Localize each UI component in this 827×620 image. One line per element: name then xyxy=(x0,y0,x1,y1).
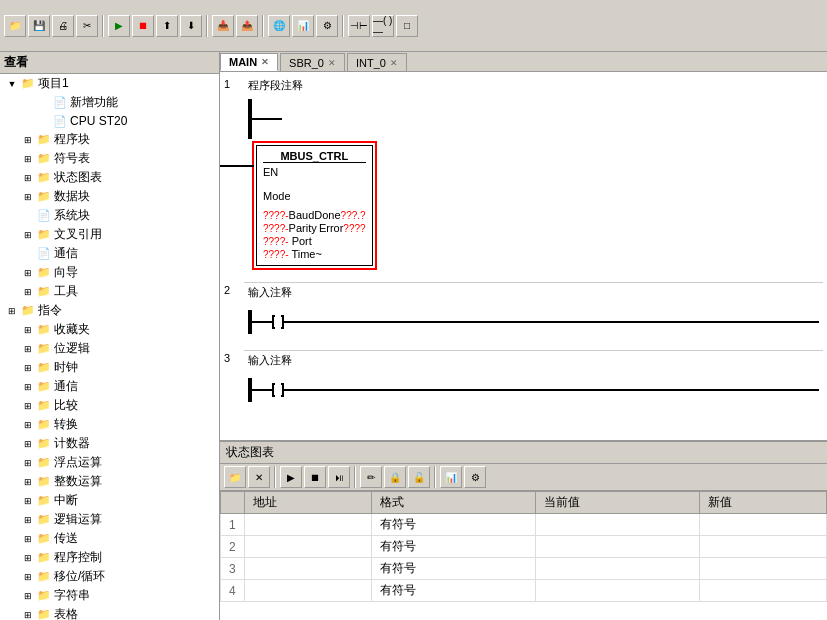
label-program-block: 程序块 xyxy=(54,131,90,148)
error-label: Error xyxy=(319,222,343,234)
toolbar-btn-print[interactable]: 🖨 xyxy=(52,15,74,37)
status-btn-single[interactable]: ⏯ xyxy=(328,466,350,488)
tree-item-program-ctrl[interactable]: ⊞📁程序控制 xyxy=(0,548,219,567)
status-btn-options[interactable]: ⚙ xyxy=(464,466,486,488)
row-format-2[interactable]: 有符号 xyxy=(371,536,535,558)
toolbar-btn-run[interactable]: ▶ xyxy=(108,15,130,37)
toolbar-btn-network[interactable]: 🌐 xyxy=(268,15,290,37)
tree-item-table[interactable]: ⊞📁表格 xyxy=(0,605,219,620)
label-tools: 工具 xyxy=(54,283,78,300)
tree-item-system-block[interactable]: 📄系统块 xyxy=(0,206,219,225)
tree-item-wizard[interactable]: ⊞📁向导 xyxy=(0,263,219,282)
mbus-title: MBUS_CTRL xyxy=(263,150,366,163)
expander-cpu-st20 xyxy=(36,113,52,129)
tree-item-string[interactable]: ⊞📁字符串 xyxy=(0,586,219,605)
row-new-2[interactable] xyxy=(699,536,826,558)
status-btn-add[interactable]: 📁 xyxy=(224,466,246,488)
row-addr-3[interactable] xyxy=(244,558,371,580)
tree-item-int-ops[interactable]: ⊞📁整数运算 xyxy=(0,472,219,491)
toolbar-btn-download[interactable]: 📥 xyxy=(212,15,234,37)
tree-item-float-ops[interactable]: ⊞📁浮点运算 xyxy=(0,453,219,472)
status-table-header: 地址 格式 当前值 新值 xyxy=(221,492,827,514)
toolbar-btn-stop[interactable]: ⏹ xyxy=(132,15,154,37)
tab-int0-close[interactable]: ✕ xyxy=(390,58,398,68)
row-new-3[interactable] xyxy=(699,558,826,580)
done-label: Done xyxy=(314,209,340,221)
row-new-1[interactable] xyxy=(699,514,826,536)
toolbar-btn-box[interactable]: □ xyxy=(396,15,418,37)
row-current-2[interactable] xyxy=(535,536,699,558)
toolbar-btn-settings[interactable]: ⚙ xyxy=(316,15,338,37)
tree-item-instructions[interactable]: ⊞📁指令 xyxy=(0,301,219,320)
toolbar-btn-save[interactable]: 💾 xyxy=(28,15,50,37)
tab-main-close[interactable]: ✕ xyxy=(261,57,269,67)
row-format-1[interactable]: 有符号 xyxy=(371,514,535,536)
tree-item-bit-logic[interactable]: ⊞📁位逻辑 xyxy=(0,339,219,358)
tree-item-shift-loop[interactable]: ⊞📁移位/循环 xyxy=(0,567,219,586)
tree-item-new-feature[interactable]: 📄新增功能 xyxy=(0,93,219,112)
tree-item-tools[interactable]: ⊞📁工具 xyxy=(0,282,219,301)
network-1-content: 程序段注释 xyxy=(244,76,823,274)
status-row-2: 2 有符号 xyxy=(221,536,827,558)
expander-convert: ⊞ xyxy=(20,417,36,433)
tree-item-compare[interactable]: ⊞📁比较 xyxy=(0,396,219,415)
icon-cross-ref: 📁 xyxy=(36,227,52,243)
tree-item-comm[interactable]: 📄通信 xyxy=(0,244,219,263)
status-btn-stop[interactable]: ⏹ xyxy=(304,466,326,488)
icon-counter: 📁 xyxy=(36,436,52,452)
tree-item-counter[interactable]: ⊞📁计数器 xyxy=(0,434,219,453)
tab-int0[interactable]: INT_0 ✕ xyxy=(347,53,407,71)
network-2-diagram xyxy=(244,302,823,342)
toolbar-btn-file[interactable]: 📁 xyxy=(4,15,26,37)
toolbar-btn-cut[interactable]: ✂ xyxy=(76,15,98,37)
tree-item-favorites[interactable]: ⊞📁收藏夹 xyxy=(0,320,219,339)
icon-transfer: 📁 xyxy=(36,531,52,547)
col-address: 地址 xyxy=(244,492,371,514)
line-3b xyxy=(284,389,819,391)
status-btn-write[interactable]: ✏ xyxy=(360,466,382,488)
tree-item-data-block[interactable]: ⊞📁数据块 xyxy=(0,187,219,206)
tree-item-cpu-st20[interactable]: 📄CPU ST20 xyxy=(0,112,219,130)
status-btn-lock[interactable]: 🔒 xyxy=(384,466,406,488)
tree-item-transfer[interactable]: ⊞📁传送 xyxy=(0,529,219,548)
error-value: ???? xyxy=(343,223,365,234)
row-addr-4[interactable] xyxy=(244,580,371,602)
row-current-1[interactable] xyxy=(535,514,699,536)
toolbar-btn-contacts[interactable]: ⊣⊢ xyxy=(348,15,370,37)
status-btn-play[interactable]: ▶ xyxy=(280,466,302,488)
row-addr-2[interactable] xyxy=(244,536,371,558)
row-new-4[interactable] xyxy=(699,580,826,602)
tree-item-clock[interactable]: ⊞📁时钟 xyxy=(0,358,219,377)
rail-bar xyxy=(248,99,252,139)
tree-item-convert[interactable]: ⊞📁转换 xyxy=(0,415,219,434)
tree-item-status-chart[interactable]: ⊞📁状态图表 xyxy=(0,168,219,187)
tree-item-interrupt[interactable]: ⊞📁中断 xyxy=(0,491,219,510)
status-btn-chart[interactable]: 📊 xyxy=(440,466,462,488)
tree-item-comm2[interactable]: ⊞📁通信 xyxy=(0,377,219,396)
toolbar-btn-coil[interactable]: —( )— xyxy=(372,15,394,37)
project-root[interactable]: ▼ 📁 项目1 xyxy=(0,74,219,93)
toolbar-btn-upload[interactable]: 📤 xyxy=(236,15,258,37)
toolbar-btn-up[interactable]: ⬆ xyxy=(156,15,178,37)
row-format-4[interactable]: 有符号 xyxy=(371,580,535,602)
main-layout: 查看 ▼ 📁 项目1 📄新增功能 📄CPU ST20⊞📁程序块⊞📁符号表⊞📁状态… xyxy=(0,52,827,620)
row-addr-1[interactable] xyxy=(244,514,371,536)
tab-sbr0-close[interactable]: ✕ xyxy=(328,58,336,68)
top-toolbar: 📁 💾 🖨 ✂ ▶ ⏹ ⬆ ⬇ 📥 📤 🌐 📊 ⚙ ⊣⊢ —( )— □ xyxy=(0,0,827,52)
toolbar-btn-down[interactable]: ⬇ xyxy=(180,15,202,37)
status-btn-unlock[interactable]: 🔓 xyxy=(408,466,430,488)
network-2-rail xyxy=(248,310,819,334)
status-btn-delete[interactable]: ✕ xyxy=(248,466,270,488)
label-logic-ops: 逻辑运算 xyxy=(54,511,102,528)
tree-item-program-block[interactable]: ⊞📁程序块 xyxy=(0,130,219,149)
tree-item-logic-ops[interactable]: ⊞📁逻辑运算 xyxy=(0,510,219,529)
tree-item-symbol-table[interactable]: ⊞📁符号表 xyxy=(0,149,219,168)
tab-sbr0[interactable]: SBR_0 ✕ xyxy=(280,53,345,71)
tree-item-cross-ref[interactable]: ⊞📁文叉引用 xyxy=(0,225,219,244)
ladder-area[interactable]: 1 程序段注释 xyxy=(220,72,827,440)
row-format-3[interactable]: 有符号 xyxy=(371,558,535,580)
row-current-4[interactable] xyxy=(535,580,699,602)
toolbar-btn-chart[interactable]: 📊 xyxy=(292,15,314,37)
tab-main[interactable]: MAIN ✕ xyxy=(220,53,278,71)
row-current-3[interactable] xyxy=(535,558,699,580)
